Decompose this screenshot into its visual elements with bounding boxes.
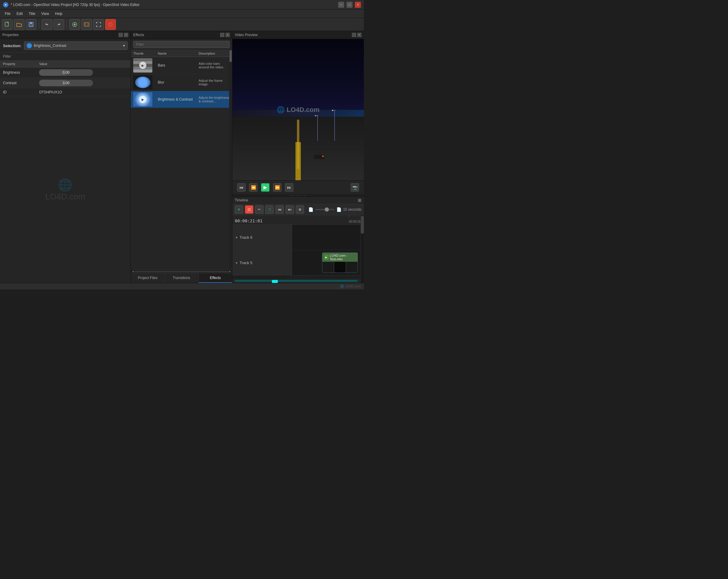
- selection-dropdown[interactable]: 🌐 Brightness_Contrast ▾: [24, 42, 128, 50]
- skip-to-start-button[interactable]: ⏮: [237, 183, 245, 192]
- menu-edit[interactable]: Edit: [14, 10, 26, 17]
- streetlight-bulb2: [315, 115, 316, 116]
- screenshot-button[interactable]: 📷: [351, 183, 359, 192]
- minimize-button[interactable]: ─: [338, 2, 344, 8]
- save-button[interactable]: [26, 19, 36, 30]
- effects-header-controls: ⬚ ✕: [220, 33, 230, 37]
- track-6-label[interactable]: Track 6: [232, 225, 292, 250]
- play-button[interactable]: ▶: [261, 183, 269, 192]
- timeline-snap-button[interactable]: ⊡: [245, 205, 253, 214]
- effect-brightness-thumb: ▶: [133, 92, 152, 107]
- timeline-scroll-track[interactable]: [235, 280, 358, 282]
- timeline-scrollbar-thumb[interactable]: [361, 216, 364, 234]
- preview-float-button[interactable]: ⬚: [352, 33, 356, 37]
- prop-contrast-label: Contrast: [0, 78, 36, 88]
- track-5-clip-header: ▶ LO4D.com - Test.mkv: [322, 253, 358, 262]
- tab-transitions[interactable]: Transitions: [164, 273, 198, 283]
- preview-close-button[interactable]: ✕: [357, 33, 361, 37]
- close-button[interactable]: ✕: [355, 2, 361, 8]
- contrast-slider[interactable]: 3.00: [39, 80, 93, 86]
- content-area: Properties ⬚ ✕ Selection: 🌐 Brightness_C…: [0, 31, 364, 283]
- properties-float-button[interactable]: ⬚: [119, 33, 123, 37]
- effects-tabs: Project Files Transitions Effects: [131, 273, 232, 283]
- effects-scrollbar[interactable]: [229, 50, 232, 270]
- svg-rect-2: [30, 22, 32, 24]
- effects-close-button[interactable]: ✕: [226, 33, 230, 37]
- menubar: File Edit Title View Help: [0, 9, 364, 18]
- horiz-scroll-track[interactable]: [134, 271, 229, 273]
- list-item[interactable]: ▶ Brightness & Contrast Adjust the brigh…: [131, 91, 232, 108]
- effects-table-container: Thumb Name Description ▶: [131, 50, 232, 270]
- redo-button[interactable]: [53, 19, 64, 30]
- brightness-slider[interactable]: 0.00: [39, 69, 93, 76]
- timeline-jump-end-button[interactable]: ⏭: [286, 205, 294, 214]
- film-frame: [334, 262, 346, 273]
- properties-close-button[interactable]: ✕: [124, 33, 128, 37]
- car-roof: [316, 153, 322, 155]
- list-item[interactable]: Blur Adjust the frame image.: [131, 74, 232, 91]
- step-backward-button[interactable]: ⏪: [249, 183, 258, 192]
- list-item[interactable]: ▶ Bars Add color bars around the video.: [131, 57, 232, 74]
- menu-file[interactable]: File: [2, 10, 14, 17]
- import-button[interactable]: [69, 19, 80, 30]
- open-button[interactable]: [14, 19, 25, 30]
- effects-scrollbar-thumb[interactable]: [229, 50, 232, 62]
- app-wrapper: ● * LO4D.com - OpenShot Video Project [H…: [0, 0, 364, 290]
- maximize-button[interactable]: □: [346, 2, 353, 8]
- timeline-jump-start-button[interactable]: ⏮: [276, 205, 284, 214]
- zoom-slider-thumb[interactable]: [325, 208, 329, 212]
- window-controls: ─ □ ✕: [338, 2, 361, 8]
- timeline-ruler: 00:00:21:01 00:00:15 00:00:30 00:00:45: [232, 215, 360, 225]
- timeline-vertical-scrollbar[interactable]: [360, 215, 364, 283]
- timeline-razor-button[interactable]: ✂: [255, 205, 263, 214]
- menu-view[interactable]: View: [38, 10, 52, 17]
- scroll-left-icon[interactable]: ◀: [132, 270, 134, 273]
- tab-project-files[interactable]: Project Files: [131, 273, 164, 283]
- timeline-zoom-slider[interactable]: [315, 209, 335, 210]
- timeline-scroll-thumb[interactable]: [272, 280, 278, 283]
- track-5-clip[interactable]: ▶ LO4D.com - Test.mkv: [322, 252, 358, 273]
- timeline-add-button[interactable]: +: [235, 205, 243, 214]
- timeline-bottom-scrollbar[interactable]: [232, 279, 360, 283]
- timeline-filter-button[interactable]: ▽: [265, 205, 274, 214]
- selection-value: Brightness_Contrast: [34, 44, 66, 48]
- effect-blur-name: Blur: [155, 74, 196, 91]
- statusbar-watermark: 🌐 LO4D.com: [340, 284, 361, 288]
- road-marking: [297, 120, 300, 169]
- new-button[interactable]: [2, 19, 12, 30]
- streetlight-bulb1: [332, 110, 333, 111]
- record-button[interactable]: [105, 19, 116, 30]
- preview-divider[interactable]: • • • • • •: [232, 194, 364, 196]
- prop-contrast-value[interactable]: 3.00: [36, 78, 131, 88]
- streetlight2: [317, 115, 318, 141]
- fullscreen-button[interactable]: [93, 19, 104, 30]
- prop-col-value: Value: [36, 61, 131, 67]
- effects-filter-input[interactable]: [133, 41, 230, 48]
- step-forward-button[interactable]: ⏩: [273, 183, 281, 192]
- zoom-page-icon: 📄: [308, 207, 313, 212]
- skip-to-end-button[interactable]: ⏭: [285, 183, 293, 192]
- separator1: [39, 20, 39, 29]
- timeline-tracks: Track 6 B LO4D.com - Test.: [232, 225, 360, 275]
- scroll-right-icon[interactable]: ▶: [229, 270, 231, 273]
- preview-panel-header: Video Preview ⬚ ✕: [232, 31, 364, 39]
- toolbar: [0, 18, 364, 31]
- timeline-snap-icon[interactable]: ⊞: [358, 198, 361, 203]
- effect-bars-desc: Add color bars around the video.: [196, 57, 232, 74]
- timeline-center-button[interactable]: ⊕: [296, 205, 304, 214]
- export-button[interactable]: [81, 19, 92, 30]
- right-section: Video Preview ⬚ ✕: [232, 31, 364, 283]
- svg-rect-3: [30, 25, 32, 26]
- tab-effects[interactable]: Effects: [199, 273, 232, 283]
- track-5-label[interactable]: Track 5: [232, 250, 292, 275]
- statusbar: 🌐 LO4D.com: [0, 283, 364, 290]
- properties-panel: Properties ⬚ ✕ Selection: 🌐 Brightness_C…: [0, 31, 131, 283]
- menu-help[interactable]: Help: [52, 10, 66, 17]
- effects-float-button[interactable]: ⬚: [220, 33, 224, 37]
- prop-brightness-value[interactable]: 0.00: [36, 67, 131, 78]
- separator2: [67, 20, 67, 29]
- undo-button[interactable]: [42, 19, 52, 30]
- window-title: * LO4D.com - OpenShot Video Project [HD …: [11, 3, 338, 7]
- menu-title[interactable]: Title: [26, 10, 38, 17]
- titlebar: ● * LO4D.com - OpenShot Video Project [H…: [0, 0, 364, 9]
